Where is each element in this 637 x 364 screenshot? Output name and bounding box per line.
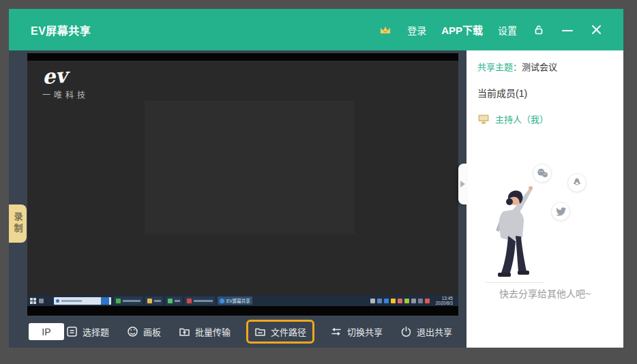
login-button[interactable]: 登录 (407, 23, 426, 37)
lock-icon[interactable] (532, 23, 546, 37)
system-tray (370, 299, 430, 303)
browser-icon (56, 299, 59, 303)
tray-icon (370, 299, 375, 303)
folder-upload-icon (179, 326, 190, 337)
share-hint: 快去分享给其他人吧~ (466, 286, 623, 300)
titlebar-actions: 登录 APP下载 设置 (379, 22, 603, 37)
preview-letterbox-bottom (27, 306, 458, 316)
close-button[interactable] (589, 23, 603, 37)
minimize-button[interactable] (561, 23, 574, 37)
qq-icon (567, 173, 587, 192)
power-icon (400, 326, 412, 337)
taskbar-task (185, 297, 215, 305)
sidebar: 共享主题：测试会议 当前成员(1) 主持人（我） (466, 50, 623, 348)
tool-batch-transfer[interactable]: 批量传输 (177, 320, 233, 344)
screen-share-preview: ev 一唯科技 (27, 53, 458, 316)
settings-button[interactable]: 设置 (498, 23, 517, 37)
taskbar-task (145, 297, 163, 305)
search-text-blur (61, 300, 82, 302)
chevron-right-icon (460, 181, 465, 187)
tray-icon (425, 299, 430, 303)
record-tab[interactable]: 录制 (9, 204, 27, 243)
ip-button[interactable]: IP (29, 323, 64, 340)
ev-logo: ev 一唯科技 (42, 65, 89, 100)
desktop-frame: EV屏幕共享 登录 APP下载 设置 (0, 0, 637, 364)
task-icon (220, 299, 224, 303)
tool-whiteboard[interactable]: 画板 (125, 320, 163, 344)
preview-window-ghost (145, 101, 355, 234)
members-title: 当前成员(1) (477, 86, 527, 100)
tray-icon (398, 299, 402, 303)
tool-exit-share[interactable]: 退出共享 (398, 320, 454, 344)
taskbar-task (114, 297, 143, 305)
sidebar-collapse-button[interactable] (458, 164, 466, 204)
taskbar-task (166, 297, 182, 305)
start-icon (30, 298, 36, 304)
tray-icon (418, 299, 423, 303)
member-row-host[interactable]: 主持人（我） (477, 112, 548, 125)
titlebar: EV屏幕共享 登录 APP下载 设置 (9, 9, 623, 50)
share-illustration (466, 160, 623, 289)
tool-switch-share[interactable]: 切换共享 (328, 320, 385, 344)
main-stage: 录制 ev 一唯科技 (9, 50, 466, 348)
taskbar-task-active: EV屏幕共享 (218, 297, 252, 305)
app-window: EV屏幕共享 登录 APP下载 设置 (9, 9, 623, 348)
ev-logo-company: 一唯科技 (42, 89, 89, 100)
app-download-button[interactable]: APP下载 (441, 22, 483, 37)
preview-letterbox-top (27, 53, 458, 61)
tool-file-path[interactable]: 文件路径 (246, 320, 314, 344)
search-button-blur (101, 297, 109, 305)
quiz-icon (66, 326, 78, 337)
share-topic-value: 测试会议 (522, 62, 557, 72)
vip-crown-icon[interactable] (379, 23, 392, 37)
tray-icon (384, 299, 389, 303)
member-name: 主持人（我） (495, 112, 548, 125)
task-icon (116, 299, 121, 303)
person-illustration (487, 181, 543, 284)
toolbar-items: 选择题 画板 (64, 320, 454, 344)
share-topic-label: 共享主题： (477, 62, 522, 72)
preview-taskbar: EV屏幕共享 (27, 295, 458, 306)
wechat-icon (533, 164, 552, 183)
folder-path-icon (254, 326, 266, 337)
ev-logo-mark: ev (42, 64, 89, 88)
taskbar-search-box (54, 297, 111, 305)
taskbar-clock: 13:45 2020/8/3 (436, 296, 453, 305)
task-icon (187, 299, 192, 303)
tray-icon (411, 299, 416, 303)
tray-icon (404, 299, 409, 303)
taskbar-icon (46, 299, 51, 303)
task-icon (147, 299, 152, 303)
swap-icon (330, 326, 342, 337)
monitor-icon (477, 114, 490, 125)
tool-choice-question[interactable]: 选择题 (64, 320, 111, 344)
tray-icon (391, 299, 396, 303)
bottom-toolbar: IP 选择题 (9, 316, 466, 348)
task-icon (168, 299, 173, 303)
ground-line (486, 282, 544, 283)
palette-icon (127, 326, 138, 337)
app-title: EV屏幕共享 (31, 22, 91, 38)
twitter-icon (551, 202, 570, 221)
tray-icon (377, 299, 382, 303)
taskbar-icon (39, 299, 44, 303)
share-topic: 共享主题：测试会议 (477, 60, 557, 73)
